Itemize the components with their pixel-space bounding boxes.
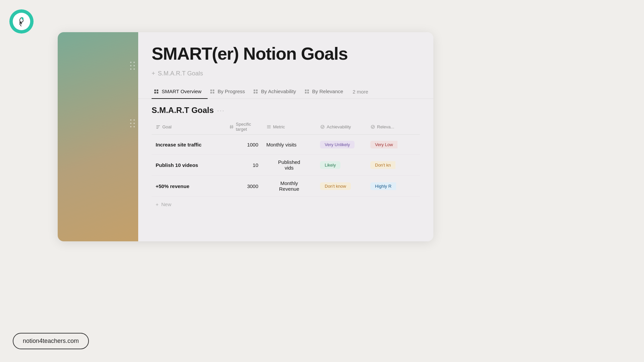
svg-rect-16 xyxy=(307,89,309,91)
watermark: notion4teachers.com xyxy=(13,333,89,349)
badge-likely: Likely xyxy=(320,161,340,169)
notion-logo-inner: N xyxy=(13,13,30,30)
col-header-target: Specific target xyxy=(225,120,262,135)
tab-smart-overview[interactable]: SMART Overview xyxy=(152,86,208,99)
svg-line-23 xyxy=(232,125,232,129)
add-group-label: S.M.A.R.T Goals xyxy=(158,70,203,77)
badge-dont-know: Don't know xyxy=(320,182,351,190)
tab-more[interactable]: 2 more xyxy=(349,86,372,99)
new-row-label: New xyxy=(161,201,171,207)
cell-relevance-1[interactable]: Don't kn xyxy=(366,155,420,176)
svg-rect-7 xyxy=(210,89,212,91)
svg-point-29 xyxy=(321,125,324,128)
svg-line-22 xyxy=(230,125,231,129)
left-panel xyxy=(58,32,138,241)
table-icon-1 xyxy=(210,89,215,94)
circle-col-icon-rel xyxy=(370,124,375,129)
svg-rect-5 xyxy=(154,92,156,94)
table-row: Increase site traffic 1000 Monthly visit… xyxy=(152,135,420,155)
svg-rect-28 xyxy=(267,128,271,128)
col-header-relevance: Releva... xyxy=(366,120,420,135)
tab-by-progress[interactable]: By Progress xyxy=(208,86,251,99)
tab-label-3: By Relevance xyxy=(312,88,343,94)
svg-rect-14 xyxy=(256,92,258,94)
svg-rect-17 xyxy=(305,92,307,94)
table-title: S.M.A.R.T Goals xyxy=(152,106,214,115)
cell-relevance-0[interactable]: Very Low xyxy=(366,135,420,155)
svg-rect-21 xyxy=(156,128,158,129)
notion-logo: N xyxy=(9,9,34,34)
list-col-icon xyxy=(266,124,271,129)
svg-rect-9 xyxy=(210,92,212,94)
badge-very-low: Very Low xyxy=(370,141,397,148)
new-row-button[interactable]: + New xyxy=(152,197,420,212)
svg-rect-11 xyxy=(254,89,255,91)
drag-dots-top xyxy=(130,62,135,70)
table-icon-3 xyxy=(304,89,310,94)
badge-highly-truncated: Highly R xyxy=(370,182,396,190)
svg-rect-27 xyxy=(267,126,271,127)
svg-rect-4 xyxy=(157,89,158,91)
page-header: SMART(er) Notion Goals xyxy=(138,32,433,67)
table-row: Publish 10 videos 10 Published vids xyxy=(152,155,420,176)
main-card: SMART(er) Notion Goals + S.M.A.R.T Goals… xyxy=(58,32,433,241)
cell-metric-2[interactable]: Monthly Revenue xyxy=(262,176,316,197)
svg-rect-20 xyxy=(156,127,159,127)
plus-icon-new: + xyxy=(156,201,159,207)
tab-bar: SMART Overview By Progress By Achievabil… xyxy=(138,80,433,99)
plus-icon: + xyxy=(152,70,155,77)
tab-label-1: By Progress xyxy=(218,88,245,94)
table-area: S.M.A.R.T Goals ··· Goal xyxy=(138,99,433,241)
svg-point-30 xyxy=(371,125,374,128)
svg-rect-12 xyxy=(256,89,258,91)
table-options-button[interactable]: ··· xyxy=(217,107,225,114)
page-title: SMART(er) Notion Goals xyxy=(152,44,420,63)
cell-achievability-1[interactable]: Likely xyxy=(316,155,366,176)
col-header-goal: Goal xyxy=(152,120,225,135)
tab-label-0: SMART Overview xyxy=(162,88,202,94)
col-header-achievability: Achievability xyxy=(316,120,366,135)
svg-rect-19 xyxy=(156,125,160,126)
svg-rect-6 xyxy=(157,92,158,94)
circle-col-icon-achieve xyxy=(320,124,325,129)
badge-dont-know-truncated: Don't kn xyxy=(370,161,395,169)
cell-target-0[interactable]: 1000 xyxy=(225,135,262,155)
tab-by-relevance[interactable]: By Relevance xyxy=(302,86,350,99)
goals-table: Goal Specific target xyxy=(152,120,420,197)
cell-goal-1[interactable]: Publish 10 videos xyxy=(152,155,225,176)
table-title-row: S.M.A.R.T Goals ··· xyxy=(152,106,420,115)
svg-rect-10 xyxy=(213,92,214,94)
cell-target-1[interactable]: 10 xyxy=(225,155,262,176)
right-panel: SMART(er) Notion Goals + S.M.A.R.T Goals… xyxy=(138,32,433,241)
table-row: +50% revenue 3000 Monthly Revenue xyxy=(152,176,420,197)
add-group-row[interactable]: + S.M.A.R.T Goals xyxy=(138,67,433,77)
tab-label-2: By Achievability xyxy=(261,88,296,94)
table-icon-2 xyxy=(253,89,258,94)
svg-rect-3 xyxy=(154,89,156,91)
cell-target-2[interactable]: 3000 xyxy=(225,176,262,197)
svg-rect-26 xyxy=(267,125,271,126)
text-col-icon xyxy=(156,124,160,129)
svg-rect-18 xyxy=(307,92,309,94)
cell-achievability-2[interactable]: Don't know xyxy=(316,176,366,197)
svg-text:N: N xyxy=(19,20,22,25)
cell-metric-0[interactable]: Monthly visits xyxy=(262,135,316,155)
cell-metric-1[interactable]: Published vids xyxy=(262,155,316,176)
svg-rect-13 xyxy=(254,92,255,94)
col-header-metric: Metric xyxy=(262,120,316,135)
cell-goal-2[interactable]: +50% revenue xyxy=(152,176,225,197)
table-icon-0 xyxy=(154,89,159,94)
cell-achievability-0[interactable]: Very Unlikely xyxy=(316,135,366,155)
cell-relevance-2[interactable]: Highly R xyxy=(366,176,420,197)
cell-goal-0[interactable]: Increase site traffic xyxy=(152,135,225,155)
hash-col-icon xyxy=(229,124,234,129)
svg-rect-15 xyxy=(305,89,307,91)
svg-rect-8 xyxy=(213,89,214,91)
badge-very-unlikely: Very Unlikely xyxy=(320,141,355,148)
tab-by-achievability[interactable]: By Achievability xyxy=(251,86,302,99)
